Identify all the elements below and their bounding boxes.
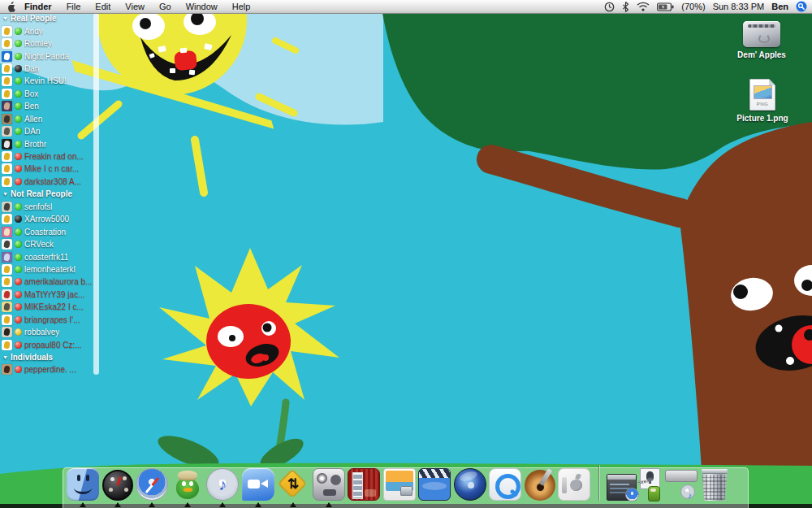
disclosure-triangle-icon: ▼: [2, 191, 8, 197]
buddy-row[interactable]: Brothr: [2, 137, 92, 150]
buddy-avatar: [2, 51, 12, 62]
trash-icon: [701, 469, 729, 501]
buddy-row[interactable]: Box: [2, 88, 92, 100]
bluetooth-menu-icon[interactable]: [622, 2, 629, 12]
status-dot-idle: [15, 328, 22, 336]
buddy-row[interactable]: pepperdine. ...: [2, 363, 92, 376]
fast-user-switch-menu[interactable]: Ben: [771, 2, 788, 11]
buddy-row[interactable]: Kevin HSU!: [2, 75, 92, 87]
buddy-row[interactable]: MaTtYrY39 jac...: [2, 289, 92, 301]
dock-item-applebox-icon[interactable]: [558, 468, 590, 501]
dock-item-finder-icon[interactable]: [67, 468, 99, 501]
dock-separator: [598, 465, 599, 501]
buddy-name: MaTtYrY39 jac...: [24, 290, 84, 299]
imovie-icon: [418, 468, 451, 501]
buddy-row[interactable]: amerikalaurora b...: [2, 276, 92, 288]
buddy-group-header[interactable]: ▼Not Real People: [2, 188, 92, 200]
menu-clock[interactable]: Sun 8:33 PM: [713, 2, 765, 11]
quicktime-icon: [489, 468, 521, 501]
status-dot-away: [15, 153, 22, 160]
status-dot-available: [15, 77, 22, 85]
hard-drive-icon: [743, 21, 780, 47]
dock-item-ichat-icon[interactable]: [242, 468, 274, 501]
buddy-row[interactable]: briangrapes I'...: [2, 314, 92, 326]
running-indicator: [290, 502, 296, 507]
dock-item-minw1-minimized-window[interactable]: [607, 474, 637, 501]
buddy-row[interactable]: CRVeck: [2, 238, 92, 250]
dock-item-iphoto-icon[interactable]: [383, 468, 416, 501]
buddy-list-scrollbar[interactable]: [93, 13, 99, 375]
buddy-row[interactable]: Night Panda: [2, 50, 92, 62]
projector-icon: [313, 468, 345, 501]
buddy-group-header[interactable]: ▼Real People: [2, 12, 92, 24]
buddy-row[interactable]: Dan: [2, 63, 92, 75]
png-badge: PNG: [750, 102, 775, 106]
minimized-window-label: Streakr: [637, 477, 653, 486]
wifi-menu-icon[interactable]: [637, 2, 650, 11]
dock-item-projector-icon[interactable]: [313, 468, 345, 501]
menu-finder[interactable]: Finder: [24, 2, 52, 11]
dock-item-roadsign-icon[interactable]: [277, 468, 309, 501]
buddy-row[interactable]: Freakin rad on...: [2, 150, 92, 163]
menu-file[interactable]: File: [67, 2, 81, 11]
sync-menu-icon[interactable]: [604, 2, 615, 12]
buddy-row[interactable]: Allen: [2, 113, 92, 125]
dock-item-idvd-icon[interactable]: [454, 468, 486, 501]
buddy-row[interactable]: MIKEska22 I c...: [2, 301, 92, 313]
dock-item-quicktime-icon[interactable]: [489, 468, 521, 501]
dock-item-trash-icon[interactable]: [701, 469, 729, 501]
dock-item-adium-icon[interactable]: [171, 468, 204, 501]
menu-go[interactable]: Go: [159, 2, 171, 11]
dock-item-photobooth-icon[interactable]: [348, 468, 380, 501]
buddy-row[interactable]: DAn: [2, 125, 92, 137]
status-dot-away: [15, 316, 22, 323]
menu-window[interactable]: Window: [186, 2, 218, 11]
status-dot-dark: [15, 65, 22, 72]
dock-item-itunes-icon[interactable]: [206, 468, 239, 501]
buddy-row[interactable]: propaul80 Cz:...: [2, 338, 92, 350]
status-dot-away: [15, 341, 22, 349]
buddy-name: CRVeck: [24, 240, 54, 249]
buddy-avatar: [2, 239, 12, 250]
apple-menu-icon[interactable]: [7, 2, 16, 12]
desktop-icon-picture-file[interactable]: PNG Picture 1.png: [728, 79, 797, 123]
battery-percent[interactable]: (70%): [681, 2, 705, 11]
buddy-row[interactable]: coasterfrk11: [2, 250, 92, 263]
menu-bar: FinderFileEditViewGoWindowHelp (70%) Sun…: [0, 0, 812, 14]
buddy-avatar: [2, 38, 12, 49]
iphoto-icon: [383, 468, 416, 501]
desktop-wallpaper: [0, 0, 812, 508]
buddy-group-header[interactable]: ▼Individuals: [2, 351, 92, 363]
dock-item-imovie-icon[interactable]: [418, 468, 451, 501]
dock-item-minw3-minimized-window[interactable]: [665, 468, 698, 501]
running-indicator: [114, 502, 121, 507]
buddy-row[interactable]: XArrow5000: [2, 213, 92, 225]
menu-help[interactable]: Help: [232, 2, 251, 11]
menu-view[interactable]: View: [125, 2, 145, 11]
dock-item-garageband-icon[interactable]: [525, 470, 555, 501]
buddy-avatar: [2, 214, 12, 224]
buddy-row[interactable]: senfofsl: [2, 201, 92, 213]
buddy-row[interactable]: Ben: [2, 100, 92, 112]
status-dot-away: [15, 366, 22, 373]
applebox-icon: [558, 468, 590, 501]
buddy-row[interactable]: Mike I c n car...: [2, 163, 92, 175]
buddy-row[interactable]: Andy: [2, 24, 92, 37]
status-dot-away: [15, 291, 22, 298]
buddy-row[interactable]: darkstar308 A...: [2, 176, 92, 188]
status-dot-available: [15, 241, 22, 248]
menu-edit[interactable]: Edit: [95, 2, 110, 11]
dock-item-minw2-minimized-window[interactable]: Streakr: [640, 468, 663, 501]
battery-menu-icon[interactable]: [657, 2, 674, 11]
buddy-row[interactable]: robbalvey: [2, 326, 92, 338]
dashboard-icon: [102, 470, 133, 501]
buddy-row[interactable]: lemonheaterkl: [2, 263, 92, 276]
spotlight-icon[interactable]: [796, 1, 807, 12]
buddy-row[interactable]: Coastration: [2, 225, 92, 237]
buddy-avatar: [2, 264, 12, 275]
buddy-row[interactable]: Romley: [2, 37, 92, 50]
dock-item-dashboard-icon[interactable]: [102, 470, 133, 501]
menu-items: FinderFileEditViewGoWindowHelp: [24, 2, 250, 11]
desktop-icon-hard-drive[interactable]: Dem' Apples: [727, 21, 797, 59]
dock-item-safari-icon[interactable]: [136, 468, 168, 501]
